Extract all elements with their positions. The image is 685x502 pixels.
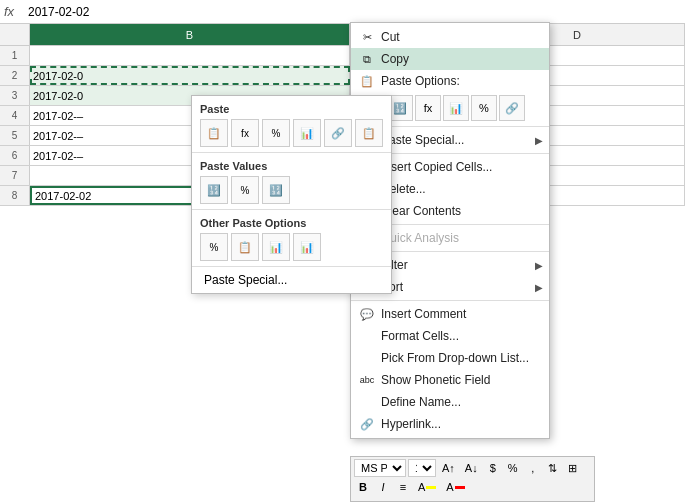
format-cells-icon xyxy=(359,328,375,344)
menu-item-cut[interactable]: ✂ Cut xyxy=(351,26,549,48)
other-paste-icons: % 📋 📊 📊 xyxy=(192,231,391,263)
italic-btn[interactable]: I xyxy=(374,478,392,496)
formula-value: 2017-02-02 xyxy=(28,5,89,19)
sub-paste-icon-1[interactable]: fx xyxy=(231,119,259,147)
comma-btn[interactable]: , xyxy=(524,459,542,477)
column-headers: B C D xyxy=(0,24,685,46)
fx-icon: fx xyxy=(4,4,24,19)
other-paste-label: Other Paste Options xyxy=(192,213,391,231)
cell-b1[interactable] xyxy=(30,46,350,65)
sub-other-icon-2[interactable]: 📊 xyxy=(262,233,290,261)
menu-item-define-name[interactable]: Define Name... xyxy=(351,391,549,413)
sub-paste-icon-5[interactable]: 📋 xyxy=(355,119,383,147)
sub-paste-icon-0[interactable]: 📋 xyxy=(200,119,228,147)
define-name-label: Define Name... xyxy=(381,395,461,409)
sub-val-icon-0[interactable]: 🔢 xyxy=(200,176,228,204)
format-toolbar: MS P 11 A↑ A↓ $ % , ⇅ ⊞ B I ≡ A A xyxy=(350,456,595,502)
row-header: 8 xyxy=(0,186,30,205)
menu-item-paste-options: 📋 Paste Options: xyxy=(351,70,549,92)
sub-paste-icon-4[interactable]: 🔗 xyxy=(324,119,352,147)
menu-item-format-cells[interactable]: Format Cells... xyxy=(351,325,549,347)
paste-special-label: Paste Special... xyxy=(381,133,464,147)
row-header: 5 xyxy=(0,126,30,145)
sub-paste-icon-3[interactable]: 📊 xyxy=(293,119,321,147)
bold-btn[interactable]: B xyxy=(354,478,372,496)
submenu-paste-special[interactable]: Paste Special... xyxy=(192,270,391,290)
incdec-btn[interactable]: ⇅ xyxy=(544,459,562,477)
grid-btn[interactable]: ⊞ xyxy=(564,459,582,477)
formula-bar: fx 2017-02-02 xyxy=(0,0,685,24)
row-header: 1 xyxy=(0,46,30,65)
paste-icon-4[interactable]: % xyxy=(471,95,497,121)
toolbar-row-2: B I ≡ A A xyxy=(354,478,591,496)
hyperlink-label: Hyperlink... xyxy=(381,417,441,431)
sub-val-icon-2[interactable]: 🔢 xyxy=(262,176,290,204)
paste-options-label: Paste Options: xyxy=(381,74,460,88)
format-cells-label: Format Cells... xyxy=(381,329,459,343)
paste-icon-5[interactable]: 🔗 xyxy=(499,95,525,121)
submenu-separator-3 xyxy=(192,266,391,267)
table-row: 1 xyxy=(0,46,685,66)
menu-item-insert-comment[interactable]: 💬 Insert Comment xyxy=(351,303,549,325)
define-name-icon xyxy=(359,394,375,410)
cut-label: Cut xyxy=(381,30,400,44)
percent-btn[interactable]: % xyxy=(504,459,522,477)
show-phonetic-icon: abc xyxy=(359,372,375,388)
row-header: 7 xyxy=(0,166,30,185)
menu-item-show-phonetic[interactable]: abc Show Phonetic Field xyxy=(351,369,549,391)
cut-icon: ✂ xyxy=(359,29,375,45)
paste-section-label: Paste xyxy=(192,99,391,117)
cell-b2[interactable]: 2017-02-0 xyxy=(30,66,350,85)
sub-other-icon-0[interactable]: % xyxy=(200,233,228,261)
paste-values-label: Paste Values xyxy=(192,156,391,174)
highlight-color-btn[interactable]: A xyxy=(414,478,440,496)
paste-icon-3[interactable]: 📊 xyxy=(443,95,469,121)
sub-other-icon-3[interactable]: 📊 xyxy=(293,233,321,261)
paste-values-icons: 🔢 % 🔢 xyxy=(192,174,391,206)
table-row: 2 2017-02-0 xyxy=(0,66,685,86)
row-header: 6 xyxy=(0,146,30,165)
row-header: 4 xyxy=(0,106,30,125)
submenu-separator-1 xyxy=(192,152,391,153)
submenu-separator-2 xyxy=(192,209,391,210)
font-size-select[interactable]: 11 xyxy=(408,459,436,477)
sort-arrow-icon: ▶ xyxy=(535,282,543,293)
menu-item-copy[interactable]: ⧉ Copy xyxy=(351,48,549,70)
clear-contents-label: Clear Contents xyxy=(381,204,461,218)
show-phonetic-label: Show Phonetic Field xyxy=(381,373,490,387)
dollar-btn[interactable]: $ xyxy=(484,459,502,477)
quick-analysis-label: Quick Analysis xyxy=(381,231,459,245)
font-family-select[interactable]: MS P xyxy=(354,459,406,477)
filter-arrow-icon: ▶ xyxy=(535,260,543,271)
pick-dropdown-icon xyxy=(359,350,375,366)
hyperlink-icon: 🔗 xyxy=(359,416,375,432)
paste-submenu-icons: 📋 fx % 📊 🔗 📋 xyxy=(192,117,391,149)
insert-comment-icon: 💬 xyxy=(359,306,375,322)
menu-item-pick-dropdown[interactable]: Pick From Drop-down List... xyxy=(351,347,549,369)
decrease-font-btn[interactable]: A↓ xyxy=(461,459,482,477)
copy-label: Copy xyxy=(381,52,409,66)
copy-icon: ⧉ xyxy=(359,51,375,67)
sub-paste-icon-2[interactable]: % xyxy=(262,119,290,147)
toolbar-row-1: MS P 11 A↑ A↓ $ % , ⇅ ⊞ xyxy=(354,459,591,477)
font-color-btn[interactable]: A xyxy=(442,478,468,496)
col-header-b[interactable]: B xyxy=(30,24,350,45)
align-btn[interactable]: ≡ xyxy=(394,478,412,496)
paste-icon-2[interactable]: fx xyxy=(415,95,441,121)
corner-cell xyxy=(0,24,30,45)
paste-options-icon: 📋 xyxy=(359,73,375,89)
row-header: 2 xyxy=(0,66,30,85)
menu-item-hyperlink[interactable]: 🔗 Hyperlink... xyxy=(351,413,549,435)
pick-dropdown-label: Pick From Drop-down List... xyxy=(381,351,529,365)
insert-comment-label: Insert Comment xyxy=(381,307,466,321)
row-header: 3 xyxy=(0,86,30,105)
sub-val-icon-1[interactable]: % xyxy=(231,176,259,204)
menu-separator-5 xyxy=(351,300,549,301)
sub-other-icon-1[interactable]: 📋 xyxy=(231,233,259,261)
increase-font-btn[interactable]: A↑ xyxy=(438,459,459,477)
paste-special-arrow-icon: ▶ xyxy=(535,135,543,146)
insert-copied-label: Insert Copied Cells... xyxy=(381,160,492,174)
paste-special-submenu: Paste 📋 fx % 📊 🔗 📋 Paste Values 🔢 % 🔢 Ot… xyxy=(191,95,392,294)
